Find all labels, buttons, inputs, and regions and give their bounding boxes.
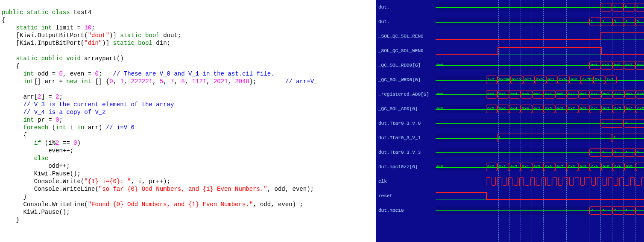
op: ++; [63,147,73,154]
brace: { [16,63,20,70]
signal-level [436,39,600,40]
signal-label[interactable]: _registered_AD0[G] [376,92,436,97]
wave-row[interactable]: _QC_SOL_AD0[G]0x00x00x60x40x00x10x30x50x… [376,102,644,116]
signal-label[interactable]: dut.Ttar0_3_V_3 [376,150,436,155]
op: = [52,70,56,77]
wave-area[interactable] [436,44,644,58]
bus-value: 0x3 [613,90,624,99]
signal-label[interactable]: _QC_SOL_AD0[G] [376,106,436,111]
signal-label[interactable]: dut.mpc10 [376,208,436,213]
wave-row[interactable]: reset [376,189,644,203]
wave-row[interactable]: _QC_SOL_WRD0[G]?-?0x8000x4610x70x00x10x5… [376,73,644,87]
wave-row[interactable]: dut.mpc1024242428 [376,203,644,218]
bus-value [436,148,589,157]
wave-area[interactable]: 0x00x00x20x30x40x50x60x70x80x90xA0xB0xA0… [436,160,644,174]
signal-label[interactable]: clk [376,179,436,184]
id: arr [23,93,34,100]
wave-area[interactable]: 0x00x00x60x40x00x10x30x50x70x20x10x20x30… [436,87,644,102]
wave-area[interactable]: ?-?0x8000x4610x70x00x10x50x80x7E50x2?-? [436,73,644,87]
bus-value: 1 [589,17,601,26]
signal-label[interactable]: _SOL_QC_SOL_WEN0 [376,48,436,53]
wave-area[interactable]: 12345 [436,116,644,131]
kw: in [77,124,84,131]
comment: // arr=V_ [285,78,318,85]
type: bool [145,32,160,39]
signal-label[interactable]: dut. [376,19,436,24]
signal-label[interactable]: _SOL_QC_SOL_REN0 [376,34,436,39]
bus-value [436,17,589,26]
wave-area[interactable] [436,189,644,203]
signal-label[interactable]: dut. [376,5,436,10]
bus-value: 0x0 [436,105,486,113]
bus-value: 0x4 [509,90,521,99]
bus-value: 0x1 [532,90,544,99]
sc: ; [167,40,170,47]
op: = [77,24,80,31]
type: void [66,55,81,62]
wave-row[interactable]: dut.Ttar0_3_V_012345 [376,116,644,131]
bus-value: 0x4 [521,163,532,171]
wave-area[interactable]: 24242428 [436,203,644,218]
kw: new [66,78,77,85]
clock-tick [564,177,568,186]
p: ( [52,124,56,131]
bus-value: 0x8 [569,76,581,84]
wave-area[interactable] [436,29,644,44]
bus-value [436,119,600,128]
waveform-viewer[interactable]: dut.12578112120212048dut.123456789_SOL_Q… [376,0,644,242]
signal-label[interactable]: _QC_SOL_RDD0[G] [376,63,436,68]
attr: [Kiwi.InputBitPort( [16,40,85,47]
br: [ [34,93,38,100]
wave-row[interactable]: dut.123456789 [376,15,644,29]
wave-row[interactable]: _SOL_QC_SOL_WEN0 [376,44,644,58]
kw: static [16,55,38,62]
wave-row[interactable]: clk [376,174,644,189]
signal-label[interactable]: reset [376,193,436,198]
wave-row[interactable]: dut.mpc10zz[G]0x00x00x20x30x40x50x60x70x… [376,160,644,174]
n: 2048 [235,78,249,85]
wave-area[interactable] [436,174,644,189]
bus-value: 0x1 [546,76,558,84]
clock-tick [558,177,562,186]
bus-value [636,163,644,171]
id: i [70,124,73,131]
signal-edge [600,32,601,40]
wave-area[interactable]: 1234 [436,131,644,145]
bus-value: 0x2 [578,90,590,99]
bus-value: 0xB [624,163,636,171]
signal-label[interactable]: dut.mpc10zz[G] [376,164,436,169]
wave-area[interactable]: 0x00x00x60x40x00x10x30x50x70x20x10x20x30… [436,102,644,116]
signal-label[interactable]: dut.Ttar0_3_V_0 [376,121,436,126]
bus-value: 0x4 [624,105,636,113]
bus-value: 0x0 [486,105,498,113]
clock-tick [525,177,529,186]
wave-row[interactable]: dut.12578112120212048 [376,0,644,15]
wave-row[interactable]: _SOL_QC_SOL_REN0 [376,29,644,44]
n: 1121 [192,78,207,85]
bus-value: 1 [589,148,601,157]
wave-area[interactable]: 123456789 [436,15,644,29]
bus-value: 0x6 [498,105,509,113]
wave-area[interactable]: 12578112120212048 [436,0,644,15]
bus-value: 0x7 [624,61,635,70]
signal-label[interactable]: dut.Ttar0_3_V_1 [376,135,436,140]
type: int [23,117,34,123]
wave-row[interactable]: _QC_SOL_RDD0[G]0x00x10x20x50x70x80x4610x… [376,58,644,73]
wave-area[interactable]: 0x00x10x20x50x70x80x4610x7E50x800?-? [436,58,644,73]
bus-value: 0xA [613,163,624,171]
kw-class: class [52,9,70,16]
bus-value: 0x1 [532,105,544,113]
clock-tick [608,177,612,186]
br: [] [34,78,41,85]
id: limit [56,24,73,31]
op: = [88,70,91,77]
wave-row[interactable]: _registered_AD0[G]0x00x00x60x40x00x10x30… [376,87,644,102]
wave-row[interactable]: dut.Ttar0_3_V_11234 [376,131,644,145]
bus-value: 0x1 [590,105,601,113]
wave-area[interactable]: 123456789 [436,145,644,160]
bus-value: 0x3 [544,105,555,113]
bus-value [436,76,486,84]
signal-label[interactable]: _QC_SOL_WRD0[G] [376,77,436,82]
wave-row[interactable]: dut.Ttar0_3_V_3123456789 [376,145,644,160]
clock-tick [547,177,551,186]
